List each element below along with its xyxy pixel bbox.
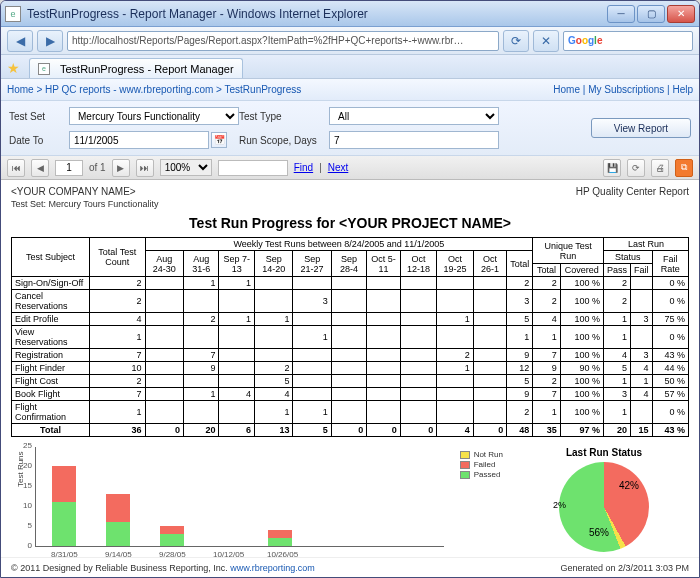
footer-left: © 2011 Designed by Reliable Business Rep… (11, 563, 230, 573)
favorites-star-icon[interactable]: ★ (7, 60, 25, 78)
browser-tab[interactable]: e TestRunProgress - Report Manager (29, 58, 243, 78)
calendar-icon[interactable]: 📅 (211, 132, 227, 148)
crumb-home[interactable]: Home (7, 84, 34, 95)
legend-swatch-notrun (460, 451, 470, 459)
export-button[interactable]: 💾 (603, 159, 621, 177)
breadcrumb-left: Home > HP QC reports - www.rbreporting.c… (7, 84, 301, 95)
run-scope-input[interactable] (329, 131, 499, 149)
test-type-select[interactable]: All (329, 107, 499, 125)
date-to-label: Date To (9, 135, 69, 146)
link-home[interactable]: Home (553, 84, 580, 95)
tab-label: TestRunProgress - Report Manager (60, 63, 234, 75)
pie-label-notrun: 2% (553, 500, 566, 510)
pie-chart: Last Run Status 42% 2% 56% (519, 447, 689, 556)
test-type-label: Test Type (239, 111, 329, 122)
table-row: Flight Cost2552100 %1150 % (12, 375, 689, 388)
report-params: Test Set Mercury Tours Functionality Tes… (1, 101, 699, 156)
url-text: http://localhost/Reports/Pages/Report.as… (72, 35, 464, 46)
pie-graphic: 42% 2% 56% (559, 462, 649, 552)
pie-label-failed: 42% (619, 480, 639, 491)
forward-button[interactable]: ▶ (37, 30, 63, 52)
table-row: View Reservations1111100 %10 % (12, 326, 689, 349)
col-unique: Unique Test Run (533, 238, 604, 264)
pie-label-passed: 56% (589, 527, 609, 538)
close-button[interactable]: ✕ (667, 5, 695, 23)
breadcrumb-bar: Home > HP QC reports - www.rbreporting.c… (1, 79, 699, 101)
company-name: <YOUR COMPANY NAME> (11, 186, 136, 197)
find-input[interactable] (218, 160, 288, 176)
table-row: Registration77297100 %4343 % (12, 349, 689, 362)
report-table: Test Subject Total Test Count Weekly Tes… (11, 237, 689, 437)
maximize-button[interactable]: ▢ (637, 5, 665, 23)
footer-link[interactable]: www.rbreporting.com (230, 563, 315, 573)
test-set-label: Test Set (9, 111, 69, 122)
report-right-title: HP Quality Center Report (576, 186, 689, 197)
table-row: Flight Finder1092112990 %5444 % (12, 362, 689, 375)
bar-group (52, 466, 76, 546)
col-count: Total Test Count (90, 238, 145, 277)
minimize-button[interactable]: ─ (607, 5, 635, 23)
test-set-select[interactable]: Mercury Tours Functionality (69, 107, 239, 125)
google-icon: Google (568, 35, 602, 46)
bar-legend: Not Run Failed Passed (460, 450, 503, 479)
date-to-input[interactable] (69, 131, 209, 149)
pie-title: Last Run Status (519, 447, 689, 458)
refresh-report-button[interactable]: ⟳ (627, 159, 645, 177)
last-page-button[interactable]: ⏭ (136, 159, 154, 177)
link-help[interactable]: Help (672, 84, 693, 95)
table-row: Flight Confirmation11121100 %10 % (12, 401, 689, 424)
bar-group (160, 526, 184, 546)
page-of-label: of 1 (89, 162, 106, 173)
x-tick: 10/26/05 (267, 550, 291, 557)
page-input[interactable] (55, 160, 83, 176)
x-tick: 10/12/05 (213, 550, 237, 557)
ie-favicon: e (5, 6, 21, 22)
bar-group (268, 530, 292, 546)
table-row: Sign-On/Sign-Off21122100 %20 % (12, 277, 689, 290)
browser-navbar: ◀ ▶ http://localhost/Reports/Pages/Repor… (1, 27, 699, 55)
table-row: Edit Profile4211154100 %1375 % (12, 313, 689, 326)
search-box[interactable]: Google Google (563, 31, 693, 51)
link-subs[interactable]: My Subscriptions (588, 84, 664, 95)
report-body: <YOUR COMPANY NAME> HP Quality Center Re… (1, 180, 699, 557)
report-title: Test Run Progress for <YOUR PROJECT NAME… (11, 215, 689, 231)
stop-button[interactable]: ✕ (533, 30, 559, 52)
tab-favicon: e (38, 63, 50, 75)
next-link[interactable]: Next (328, 162, 349, 173)
browser-tabs: ★ e TestRunProgress - Report Manager (1, 55, 699, 79)
x-tick: 9/28/05 (159, 550, 183, 557)
print-button[interactable]: 🖨 (651, 159, 669, 177)
first-page-button[interactable]: ⏮ (7, 159, 25, 177)
table-row: Cancel Reservations2332100 %20 % (12, 290, 689, 313)
footer-right: Generated on 2/3/2011 3:03 PM (560, 563, 689, 573)
window-titlebar: e TestRunProgress - Report Manager - Win… (1, 1, 699, 27)
prev-page-button[interactable]: ◀ (31, 159, 49, 177)
crumb-folder[interactable]: HP QC reports - www.rbreporting.com (45, 84, 213, 95)
legend-swatch-failed (460, 461, 470, 469)
run-scope-label: Run Scope, Days (239, 135, 329, 146)
report-subtitle: Test Set: Mercury Tours Functionality (11, 199, 689, 209)
breadcrumb-right: Home | My Subscriptions | Help (553, 84, 693, 95)
bar-chart: Test Runs 0510152025 8/31/059/14/059/28/… (11, 447, 444, 557)
col-subject: Test Subject (12, 238, 90, 277)
url-bar[interactable]: http://localhost/Reports/Pages/Report.as… (67, 31, 499, 51)
col-lastrun: Last Run (604, 238, 689, 251)
window-title: TestRunProgress - Report Manager - Windo… (27, 7, 607, 21)
col-weekly: Weekly Test Runs between 8/24/2005 and 1… (145, 238, 533, 251)
atom-button[interactable]: ⧉ (675, 159, 693, 177)
find-link[interactable]: Find (294, 162, 313, 173)
refresh-button[interactable]: ⟳ (503, 30, 529, 52)
table-row: Book Flight714497100 %3457 % (12, 388, 689, 401)
crumb-current: TestRunProgress (225, 84, 302, 95)
view-report-button[interactable]: View Report (591, 118, 691, 138)
x-tick: 8/31/05 (51, 550, 75, 557)
report-footer: © 2011 Designed by Reliable Business Rep… (1, 557, 699, 577)
next-page-button[interactable]: ▶ (112, 159, 130, 177)
legend-swatch-passed (460, 471, 470, 479)
zoom-select[interactable]: 100% (160, 159, 212, 176)
bar-group (106, 494, 130, 546)
report-toolbar: ⏮ ◀ of 1 ▶ ⏭ 100% Find | Next 💾 ⟳ 🖨 ⧉ (1, 156, 699, 180)
back-button[interactable]: ◀ (7, 30, 33, 52)
table-total-row: Total36020613500040483597 %201543 % (12, 424, 689, 437)
x-tick: 9/14/05 (105, 550, 129, 557)
